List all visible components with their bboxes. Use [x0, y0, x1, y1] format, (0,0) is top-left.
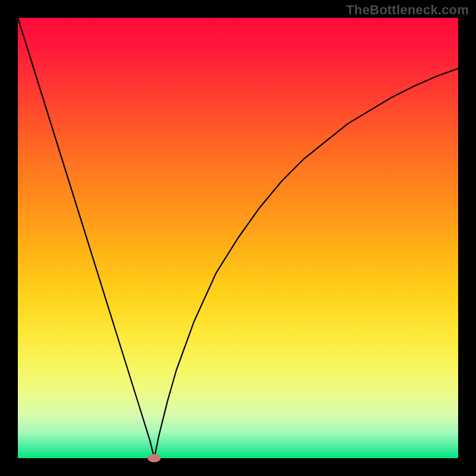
watermark-label: TheBottleneck.com — [346, 2, 469, 18]
minimum-marker — [148, 454, 161, 462]
plot-area — [18, 18, 458, 458]
chart-frame: TheBottleneck.com — [0, 0, 476, 476]
bottleneck-curve — [18, 18, 458, 458]
